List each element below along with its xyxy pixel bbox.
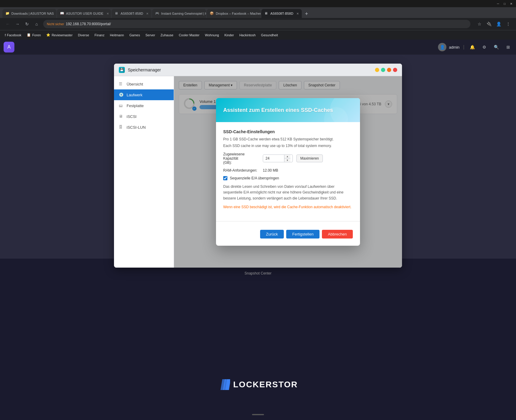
tab-1[interactable]: 📁 Downloads | ASUSTOR NAS ✕ [2,9,56,18]
bookmark-icon-foren: 📋 [27,33,31,37]
sidebar-item-overview[interactable]: ☰ Übersicht [114,79,174,89]
minimize-btn[interactable]: ─ [496,1,500,6]
tab-4[interactable]: 🎮 Instant Gaming Gewinnspiel | H... ✕ [152,9,206,18]
extensions-icon[interactable]: 🔌 [485,20,493,28]
bookmark-star-icon[interactable]: ☆ [475,20,484,28]
grid-icon[interactable]: ⊞ [504,43,512,51]
bookmark-games[interactable]: Games [127,32,142,38]
reload-button[interactable]: ↻ [23,20,31,28]
profile-icon[interactable]: 👤 [494,20,503,28]
bookmark-reviewmaster[interactable]: ⭐ Reviewmaster [44,32,75,38]
cancel-button[interactable]: Abbrechen [322,230,353,238]
sidebar-item-drive[interactable]: 💿 Laufwerk [114,89,174,100]
ssd-cache-modal: Assistent zum Erstellen eines SSD-Caches… [216,98,360,246]
maximize-capacity-button[interactable]: Maximieren [296,154,323,162]
iscsi-icon: 🖥 [119,114,124,119]
modal-description: Das direkte Lesen und Schreiben von Date… [223,184,353,201]
bookmark-zuhause[interactable]: Zuhause [158,32,176,38]
window-ctrl-green[interactable] [381,68,385,72]
capacity-input[interactable]: 24 [263,155,284,162]
url-bar[interactable]: Nicht sicher 192.168.178.70:8000/portal/ [43,20,470,28]
sidebar-item-harddisk[interactable]: 🖴 Festplatte [114,100,174,111]
spinner-down[interactable]: ▼ [284,158,290,162]
search-icon[interactable]: 🔍 [492,43,500,51]
window-titlebar: 💾 Speichermanager [114,64,402,76]
settings-icon[interactable]: ⚙ [480,43,488,51]
user-name: admin [449,45,459,50]
bookmark-diverse[interactable]: Diverse [76,32,92,38]
tab-close-6[interactable]: ✕ [296,12,299,15]
modal-warning: Wenn eine SSD beschädigt ist, wird die C… [223,205,353,209]
menu-icon[interactable]: ⋮ [504,20,512,28]
bookmark-label-gesundheit: Gesundheit [261,33,278,37]
bookmark-gesundheit[interactable]: Gesundheit [259,32,280,38]
tab-3[interactable]: 🖥 AS6508T-858D ✕ [112,9,152,18]
storage-manager-main: Erstellen Management ▾ Reservefestplatte… [174,76,402,268]
tab-6-active[interactable]: 🖥 AS6508T-B58D ✕ [261,9,302,18]
sidebar-label-iscsi: iSCSI [127,114,136,119]
bookmark-foren[interactable]: 📋 Foren [24,32,43,38]
bookmark-facebook[interactable]: f Facebook [2,32,24,38]
window-title: Speichermanager [128,68,372,72]
window-ctrl-orange[interactable] [387,68,391,72]
bookmark-wohnung[interactable]: Wohnung [202,32,221,38]
sidebar-label-overview: Übersicht [127,82,143,86]
window-ctrl-red[interactable] [393,68,397,72]
tab-favicon-3: 🖥 [115,11,119,16]
logo-svg [218,379,230,390]
bookmark-label-foren: Foren [32,33,41,37]
close-btn[interactable]: ✕ [509,1,514,6]
modal-header: Assistent zum Erstellen eines SSD-Caches [216,98,360,122]
bookmark-hackintosh[interactable]: Hackintosh [237,32,258,38]
spinner-up[interactable]: ▲ [284,155,290,158]
tab-2[interactable]: 📖 ASUSTOR USER GUIDE ✕ [57,9,111,18]
sidebar-item-iscsi-lun[interactable]: 🗄 iSCSI-LUN [114,122,174,133]
bookmarks-bar: f Facebook 📋 Foren ⭐ Reviewmaster Divers… [0,30,516,40]
sidebar-item-iscsi[interactable]: 🖥 iSCSI [114,111,174,122]
sidebar-label-drive: Laufwerk [127,93,142,97]
home-button[interactable]: ⌂ [32,20,41,28]
ram-row: RAM-Anforderungen: 12.00 MB [223,168,353,172]
tab-close-3[interactable]: ✕ [146,12,148,15]
bookmark-server[interactable]: Server [143,32,158,38]
taskbar-user: 👤 admin [438,43,459,51]
bookmark-kinder[interactable]: Kinder [222,32,236,38]
notification-icon[interactable]: 🔔 [468,43,476,51]
tab-favicon-2: 📖 [60,11,64,16]
drive-icon: 💿 [119,92,124,97]
forward-button[interactable]: → [13,20,22,28]
storage-manager-window: 💾 Speichermanager ☰ Übersicht 💿 Laufwerk [114,64,402,268]
tab-close-2[interactable]: ✕ [106,12,109,15]
bookmark-heitmann[interactable]: Heitmann [107,32,126,38]
tab-favicon-5: 📦 [210,11,214,16]
modal-body: SSD-Cache-Einstellungen Pro 1 GB SSD-Cac… [216,122,360,216]
finish-button[interactable]: Fertigstellen [286,230,320,238]
new-tab-button[interactable]: + [302,10,311,18]
bookmark-label-heitmann: Heitmann [110,33,124,37]
window-controls [375,68,397,72]
maximize-btn[interactable]: □ [502,1,507,6]
back-button[interactable]: ← [4,20,12,28]
window-ctrl-yellow[interactable] [375,68,379,72]
tab-title-4: Instant Gaming Gewinnspiel | H... [161,12,206,15]
bookmark-label-zuhause: Zuhause [160,33,173,37]
logo-text: LOCKERSTOR [233,380,298,389]
taskbar-asustor-icon[interactable]: A [4,42,14,52]
tab-5[interactable]: 📦 Dropbox – Facebook – Machen... ✕ [207,9,261,18]
sequential-io-checkbox[interactable] [223,176,227,180]
taskbar-right: 👤 admin | 🔔 ⚙ 🔍 ⊞ [438,43,512,51]
bookmark-coolermaster[interactable]: Cooler Master [176,32,202,38]
checkbox-label: Sequenzielle E/A überspringen [230,176,279,180]
checkbox-row: Sequenzielle E/A überspringen [223,176,353,180]
bookmark-finanz[interactable]: Finanz [92,32,107,38]
window-control-bar: ─ □ ✕ [0,0,516,7]
back-button[interactable]: Zurück [260,230,284,238]
ram-value: 12.00 MB [263,168,278,172]
storage-manager-icon: 💾 [119,67,125,73]
tab-favicon-6: 🖥 [264,11,268,16]
security-warning: Nicht sicher [47,22,64,26]
storage-manager-sidebar: ☰ Übersicht 💿 Laufwerk 🖴 Festplatte 🖥 iS… [114,76,174,268]
nav-buttons: ← → ↻ ⌂ [4,20,41,28]
sidebar-label-iscsi-lun: iSCSI-LUN [127,125,146,130]
spinners: ▲ ▼ [284,155,290,162]
